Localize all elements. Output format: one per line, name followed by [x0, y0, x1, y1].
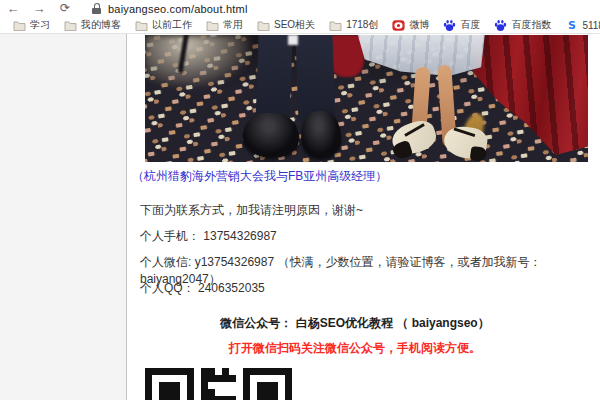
bookmark-label: 我的博客	[81, 18, 121, 32]
bookmark-folder-common[interactable]: 常用	[199, 17, 250, 34]
folder-icon	[329, 19, 342, 32]
bookmark-folder-myblog[interactable]: 我的博客	[57, 17, 128, 34]
baidu-paw-icon	[494, 19, 507, 32]
bookmark-baidu-index[interactable]: 百度指数	[487, 17, 558, 34]
bookmark-folder-1718[interactable]: 1718创	[322, 17, 385, 34]
5118-icon: S	[565, 19, 578, 32]
bookmark-5118[interactable]: S 5118	[558, 17, 600, 34]
conference-photo	[145, 35, 588, 162]
bookmark-folder-oldwork[interactable]: 以前工作	[128, 17, 199, 34]
bookmark-label: 以前工作	[152, 18, 192, 32]
bookmark-baidu[interactable]: 百度	[436, 17, 487, 34]
qq-text: 个人QQ： 2406352035	[140, 280, 265, 297]
address-bar[interactable]: baiyangseo.com/about.html	[92, 3, 248, 15]
folder-icon	[135, 19, 148, 32]
folder-icon	[13, 19, 26, 32]
bookmark-label: 1718创	[346, 18, 378, 32]
forward-button[interactable]: →	[26, 0, 52, 17]
qr-code	[145, 368, 292, 400]
baidu-paw-icon	[443, 19, 456, 32]
red-curtain-glimpse	[330, 35, 364, 77]
bookmark-folder-xuexi[interactable]: 学习	[6, 17, 57, 34]
bookmarks-bar: 学习 我的博客 以前工作 常用 SEO相关 1718创 微博 百度	[0, 17, 600, 34]
bookmark-label: 微博	[409, 18, 429, 32]
public-account-text: 微信公众号： 白杨SEO优化教程 （ baiyangseo）	[120, 315, 590, 332]
bookmark-label: 5118	[582, 20, 600, 31]
url-text[interactable]: baiyangseo.com/about.html	[108, 3, 248, 15]
phone-text: 个人手机： 13754326987	[140, 228, 277, 245]
blurred-background	[145, 35, 250, 87]
reload-button[interactable]: ⟳	[52, 0, 78, 17]
browser-window: ← → ⟳ baiyangseo.com/about.html 学习 我的博客 …	[0, 0, 600, 400]
bookmark-folder-seo-related[interactable]: SEO相关	[250, 17, 322, 34]
webpage-viewport: （杭州猎豹海外营销大会我与FB亚州高级经理） 下面为联系方式，加我请注明原因，谢…	[0, 34, 600, 400]
folder-icon	[64, 19, 77, 32]
bookmark-label: 百度指数	[511, 18, 551, 32]
bookmark-weibo[interactable]: 微博	[385, 17, 436, 34]
weibo-icon	[392, 19, 405, 32]
bookmark-label: SEO相关	[274, 18, 315, 32]
red-tip-text: 打开微信扫码关注微信公众号，手机阅读方便。	[120, 340, 590, 357]
browser-toolbar: ← → ⟳ baiyangseo.com/about.html	[0, 0, 600, 17]
lock-icon	[92, 3, 101, 14]
bookmark-label: 常用	[223, 18, 243, 32]
photo-caption: （杭州猎豹海外营销大会我与FB亚州高级经理）	[132, 168, 387, 185]
contact-intro-text: 下面为联系方式，加我请注明原因，谢谢~	[140, 202, 363, 219]
folder-icon	[206, 19, 219, 32]
bookmark-label: 百度	[460, 18, 480, 32]
shirt-sliver	[288, 35, 298, 45]
bookmark-label: 学习	[30, 18, 50, 32]
folder-icon	[257, 19, 270, 32]
back-button[interactable]: ←	[0, 0, 26, 17]
